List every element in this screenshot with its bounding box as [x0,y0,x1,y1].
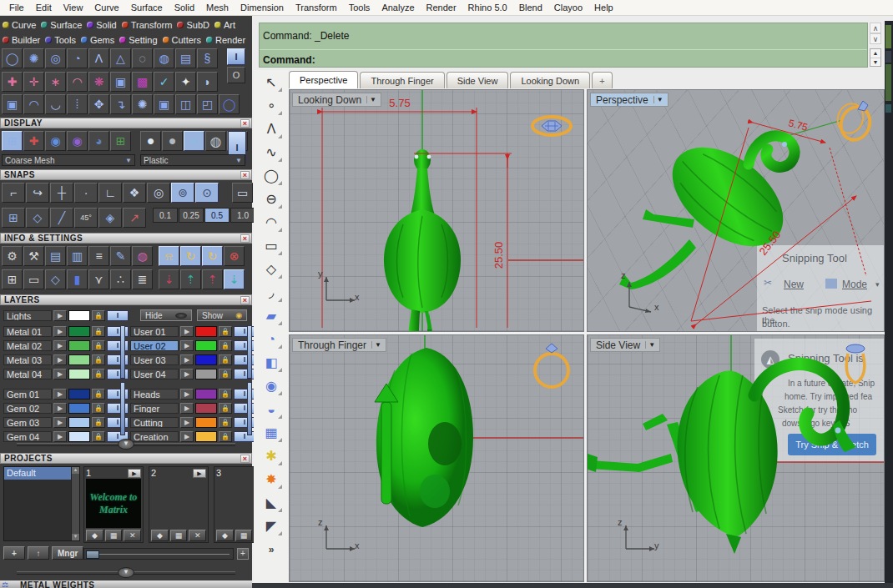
layer-row-gem-01[interactable]: Gem 01▶🔒I [3,388,129,400]
gem-scale-tool[interactable]: △ [110,48,131,68]
show-button[interactable]: Show ◉ [197,309,247,321]
quad-snap[interactable]: ❖ [123,183,146,203]
layer-row-metal-04[interactable]: Metal 04▶🔒I [3,368,129,380]
style-tool[interactable]: § [197,48,218,68]
bullet-tab-surface[interactable]: Surface [41,20,82,30]
viewport-through-finger[interactable]: Through Finger ▼ z x [289,334,584,582]
layer-name[interactable]: Cutting [130,417,179,428]
layer-color-swatch[interactable] [68,389,90,400]
layer-expand-button[interactable]: ▶ [53,354,67,365]
layer-color-swatch[interactable] [68,326,90,337]
lights-lock-icon[interactable]: 🔒 [92,310,105,321]
command-panel[interactable]: Command: _Delete Command: [259,23,868,68]
loop-record[interactable]: ↻ [202,246,223,266]
slot-delete-button[interactable]: ✕ [189,530,206,541]
bullet-tab-art[interactable]: Art [214,20,235,30]
slot-up-button[interactable]: ◆ [216,530,234,541]
collapse-arrow-icon[interactable]: ▼ [118,439,134,450]
history-scroll[interactable]: ≡ [88,246,109,266]
layer-name[interactable]: User 04 [130,369,179,379]
layer-name[interactable]: Metal 01 [3,326,52,337]
layer-current-button[interactable]: I [107,354,129,365]
osnap-dialog-button[interactable]: ▭ [232,183,253,203]
material-dropdown[interactable]: Plastic▼ [140,154,245,166]
layer-expand-button[interactable]: ▶ [180,354,194,365]
tab-side-view[interactable]: Side View [446,72,509,88]
menu-item-edit[interactable]: Edit [30,1,58,14]
hide-button[interactable]: Hide [140,309,192,321]
layer-name[interactable]: Metal 04 [3,369,52,379]
cubes-tool[interactable]: ▣ [2,94,23,114]
polyline-tool[interactable]: Λ [259,118,284,140]
menu-item-file[interactable]: File [3,1,30,14]
projects-list[interactable]: Default ▲ ▼ [3,466,80,541]
menu-item-view[interactable]: View [58,1,89,14]
arc-down-tool[interactable]: ◡ [45,94,66,114]
trim-tool[interactable]: ◣ [259,491,284,514]
menu-item-tools[interactable]: Tools [343,1,376,14]
ghosted-view[interactable]: ◉ [67,131,88,151]
project-slot-2[interactable]: 2▶◆▦✕ [149,466,209,543]
layer-expand-button[interactable]: ▶ [180,326,194,337]
menu-item-dimension[interactable]: Dimension [235,1,290,14]
project-slider-handle[interactable] [86,550,99,559]
mesh-material[interactable]: ◍ [205,131,226,151]
layer-row-gem-03[interactable]: Gem 03▶🔒I [3,416,129,429]
select-arrow-tool[interactable]: ↖ [259,71,284,93]
smart-track[interactable]: ◈ [98,208,122,228]
gem-swap-4[interactable]: ⇣ [224,269,245,289]
tab-looking-down[interactable]: Looking Down [510,72,590,88]
layer-name[interactable]: Metal 03 [3,354,52,365]
snaps-close-icon[interactable]: × [240,171,250,179]
check-tool[interactable]: ✓ [154,72,174,92]
select-check[interactable]: ∴ [110,269,131,289]
list-doc[interactable]: ≣ [132,269,153,289]
arc-gem-tool[interactable]: ◠ [67,72,88,92]
layer-lock-icon[interactable]: 🔒 [219,326,232,337]
book[interactable]: ▮ [67,269,88,289]
layer-color-swatch[interactable] [68,369,90,379]
snaps-section-header[interactable]: SNAPS × [0,169,252,180]
ellipse-tool[interactable]: ⊖ [259,188,284,210]
layer-current-button[interactable]: I [107,403,129,414]
project-slot-arrow-icon[interactable]: ▶ [128,469,141,478]
puzzle-tool[interactable]: ✱ [259,445,284,467]
layer-lock-icon[interactable]: 🔒 [219,340,232,351]
move-tool[interactable]: ✥ [88,94,109,114]
bell-record[interactable]: ⍾ [159,246,179,266]
grid-snap[interactable]: ⊞ [2,208,25,228]
layer-name[interactable]: User 02 [130,340,179,351]
circle-tool[interactable]: ◯ [259,164,284,187]
grid-value-1.0[interactable]: 1.0 [230,208,255,223]
display-section-header[interactable]: DISPLAY × [0,118,252,128]
layer-row-user-02[interactable]: User 02▶🔒I [130,339,255,352]
shaded-view[interactable]: ◉ [45,131,66,151]
layer-row-user-03[interactable]: User 03▶🔒I [130,354,255,366]
corner-snap[interactable]: ∟ [98,183,122,203]
layer-row-gem-02[interactable]: Gem 02▶🔒I [3,402,129,415]
current-i-button[interactable]: I [227,48,245,65]
project-slider-plus-button[interactable]: + [237,548,249,560]
more-tools-button[interactable]: » [259,538,284,560]
grid-view[interactable]: ⊞ [2,131,23,151]
spin-up-icon[interactable]: ▲ [870,49,880,58]
chevron-down-icon[interactable]: ▼ [653,96,666,103]
layer-current-button[interactable]: I [107,369,129,379]
bullet-tab-curve[interactable]: Curve [3,20,36,30]
layer-expand-button[interactable]: ▶ [53,369,67,379]
fillet-tool[interactable]: ◞ [259,281,284,304]
layer-current-button[interactable]: I [107,417,129,428]
layer-lock-icon[interactable]: 🔒 [92,417,105,428]
collapse-arrow-icon[interactable]: ▼ [118,567,134,578]
layer-row-cutting[interactable]: Cutting▶🔒I [130,416,255,429]
grid-value-0.5[interactable]: 0.5 [204,208,230,223]
lights-current-button[interactable]: I [107,310,129,321]
explode-tool[interactable]: ✸ [259,468,284,490]
display-close-icon[interactable]: × [240,119,250,128]
bullet-tab-subd[interactable]: SubD [177,20,209,30]
command-prompt-line[interactable]: Command: [263,54,315,66]
layer-row-finger[interactable]: Finger▶🔒I [130,402,255,415]
layer-expand-button[interactable]: ▶ [180,369,194,379]
menu-item-solid[interactable]: Solid [169,1,200,14]
layer-name[interactable]: Finger [130,403,179,414]
